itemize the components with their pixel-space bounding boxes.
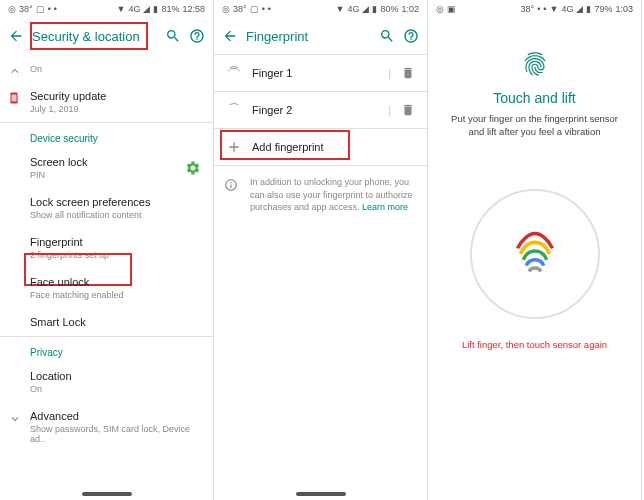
finger-2-label: Finger 2 xyxy=(252,104,378,116)
lift-finger-warning: Lift finger, then touch sensor again xyxy=(444,339,625,350)
screen-fingerprint-setup: ◎ ▣ 38° •• ▼ 4G ◢ ▮ 79% 1:03 Touch and l… xyxy=(428,0,642,500)
back-icon[interactable] xyxy=(8,28,24,44)
signal-icon: ◢ xyxy=(143,4,150,14)
plus-icon xyxy=(226,139,242,155)
status-on: On xyxy=(30,64,201,74)
clock: 1:03 xyxy=(615,4,633,14)
item-lock-screen-preferences[interactable]: Lock screen preferences Show all notific… xyxy=(0,188,213,228)
add-fingerprint-button[interactable]: Add fingerprint xyxy=(214,129,427,165)
advanced-subtitle: Show passwords, SIM card lock, Device ad… xyxy=(30,424,201,444)
signal-icon: ◢ xyxy=(576,4,583,14)
page-title: Fingerprint xyxy=(246,29,371,44)
fingerprint-scan-circle xyxy=(470,189,600,319)
fingerprint-title: Fingerprint xyxy=(30,236,201,248)
battery-pct: 80% xyxy=(380,4,398,14)
device-icon: ▢ xyxy=(250,4,259,14)
help-icon[interactable] xyxy=(189,28,205,44)
clock: 12:58 xyxy=(182,4,205,14)
item-location[interactable]: Location On xyxy=(0,362,213,402)
signal-label: 4G xyxy=(347,4,359,14)
nav-handle[interactable] xyxy=(296,492,346,496)
delete-icon[interactable] xyxy=(401,66,415,80)
temp-indicator: 38° xyxy=(19,4,33,14)
fingerprint-large-icon xyxy=(500,219,570,289)
faceunlock-title: Face unlock xyxy=(30,276,201,288)
battery-icon: ▮ xyxy=(372,4,377,14)
status-bar: ◎ ▣ 38° •• ▼ 4G ◢ ▮ 79% 1:03 xyxy=(428,0,641,18)
battery-icon: ▮ xyxy=(586,4,591,14)
battery-pct: 81% xyxy=(161,4,179,14)
camera-icon: ◎ xyxy=(8,4,16,14)
item-smart-lock[interactable]: Smart Lock xyxy=(0,308,213,336)
screenlock-title: Screen lock xyxy=(30,156,201,168)
battery-icon: ▮ xyxy=(153,4,158,14)
gear-icon[interactable] xyxy=(185,160,201,176)
location-title: Location xyxy=(30,370,201,382)
fingerprint-icon xyxy=(226,102,242,118)
setup-content: Touch and lift Put your finger on the fi… xyxy=(428,18,641,350)
location-subtitle: On xyxy=(30,384,201,394)
temp-indicator: 38° xyxy=(521,4,535,14)
smartlock-title: Smart Lock xyxy=(30,316,201,328)
camera-icon: ◎ xyxy=(436,4,444,14)
wifi-icon: ▼ xyxy=(336,4,345,14)
screenlock-subtitle: PIN xyxy=(30,170,201,180)
finger-1-label: Finger 1 xyxy=(252,67,378,79)
app-bar: Fingerprint xyxy=(214,18,427,54)
item-security-update[interactable]: Security update July 1, 2019 xyxy=(0,82,213,122)
lockpref-title: Lock screen preferences xyxy=(30,196,201,208)
item-face-unlock[interactable]: Face unlock Face matching enabled xyxy=(0,268,213,308)
item-screen-lock[interactable]: Screen lock PIN xyxy=(0,148,213,188)
fingerprint-small-icon xyxy=(521,50,549,78)
help-icon[interactable] xyxy=(403,28,419,44)
setup-description: Put your finger on the fingerprint senso… xyxy=(444,112,625,139)
learn-more-link[interactable]: Learn more xyxy=(362,202,408,212)
fingerprint-entry-2[interactable]: Finger 2 | xyxy=(214,92,427,128)
signal-label: 4G xyxy=(128,4,140,14)
section-device-security: Device security xyxy=(0,123,213,148)
app-icon: ▣ xyxy=(447,4,456,14)
section-privacy: Privacy xyxy=(0,337,213,362)
clock: 1:02 xyxy=(401,4,419,14)
item-status[interactable]: On xyxy=(0,54,213,82)
fingerprint-entry-1[interactable]: Finger 1 | xyxy=(214,55,427,91)
update-title: Security update xyxy=(30,90,201,102)
battery-pct: 79% xyxy=(594,4,612,14)
search-icon[interactable] xyxy=(379,28,395,44)
lockpref-subtitle: Show all notification content xyxy=(30,210,201,220)
fingerprint-subtitle: 2 fingerprints set up xyxy=(30,250,201,260)
update-subtitle: July 1, 2019 xyxy=(30,104,201,114)
chevron-down-icon xyxy=(8,412,22,426)
screen-security-location: ◎ 38° ▢ •• ▼ 4G ◢ ▮ 81% 12:58 Security &… xyxy=(0,0,214,500)
screen-fingerprint-list: ◎ 38° ▢ •• ▼ 4G ◢ ▮ 80% 1:02 Fingerprint xyxy=(214,0,428,500)
signal-label: 4G xyxy=(561,4,573,14)
page-title: Security & location xyxy=(32,29,157,44)
fingerprint-info: In addition to unlocking your phone, you… xyxy=(214,166,427,224)
setup-title: Touch and lift xyxy=(444,90,625,106)
search-icon[interactable] xyxy=(165,28,181,44)
item-advanced[interactable]: Advanced Show passwords, SIM card lock, … xyxy=(0,402,213,452)
status-bar: ◎ 38° ▢ •• ▼ 4G ◢ ▮ 81% 12:58 xyxy=(0,0,213,18)
app-bar: Security & location xyxy=(0,18,213,54)
add-fingerprint-label: Add fingerprint xyxy=(252,141,415,153)
delete-icon[interactable] xyxy=(401,103,415,117)
advanced-title: Advanced xyxy=(30,410,201,422)
item-fingerprint[interactable]: Fingerprint 2 fingerprints set up xyxy=(0,228,213,268)
device-icon: ▢ xyxy=(36,4,45,14)
signal-icon: ◢ xyxy=(362,4,369,14)
wifi-icon: ▼ xyxy=(117,4,126,14)
temp-indicator: 38° xyxy=(233,4,247,14)
chevron-up-icon xyxy=(8,64,22,78)
nav-handle[interactable] xyxy=(82,492,132,496)
camera-icon: ◎ xyxy=(222,4,230,14)
status-bar: ◎ 38° ▢ •• ▼ 4G ◢ ▮ 80% 1:02 xyxy=(214,0,427,18)
security-update-icon xyxy=(8,92,20,104)
back-icon[interactable] xyxy=(222,28,238,44)
faceunlock-subtitle: Face matching enabled xyxy=(30,290,201,300)
wifi-icon: ▼ xyxy=(550,4,559,14)
info-icon xyxy=(224,178,238,192)
fingerprint-icon xyxy=(226,65,242,81)
